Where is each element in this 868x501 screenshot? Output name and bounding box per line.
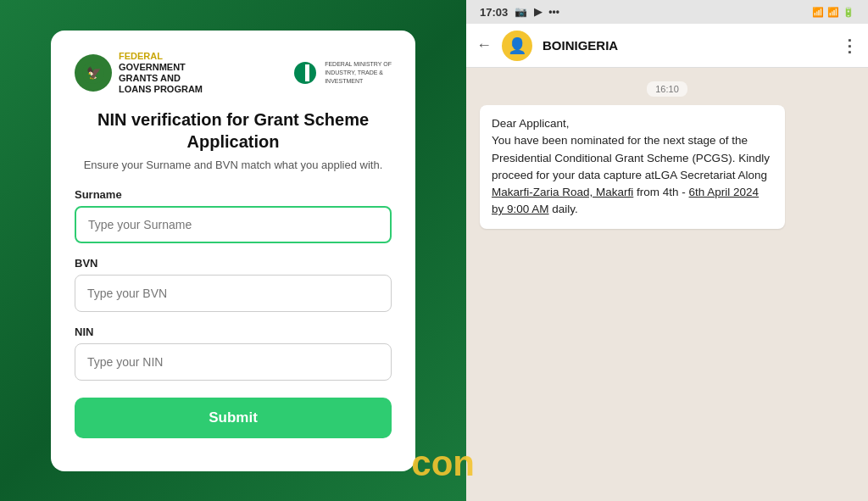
nin-label: NIN [75,326,392,338]
form-title: NIN verification for Grant Scheme Applic… [75,109,392,153]
chat-header: ← 👤 BOINIGERIA ⋮ [466,24,868,68]
message-bubble: Dear Applicant, You have been nominated … [480,105,785,229]
form-subtitle: Ensure your Surname and BVN match what y… [75,158,392,173]
kebab-menu-icon[interactable]: ⋮ [841,36,858,56]
status-play-icon: ▶ [534,6,542,18]
battery-icon: 🔋 [843,7,854,18]
right-panel: 17:03 📷 ▶ ••• 📶 📶 🔋 ← 👤 BOINIGERIA ⋮ 16:… [466,0,868,501]
partial-background-text: con [411,443,475,484]
eagle-emblem-icon: 🦅 [75,54,112,92]
logo-title: FEDERALGOVERNMENTGRANTS ANDLOANS PROGRAM [119,51,286,96]
svg-text:🦅: 🦅 [86,66,102,81]
message-timestamp: 16:10 [647,81,687,97]
nigeria-flag-icon [292,60,318,86]
status-bar: 17:03 📷 ▶ ••• 📶 📶 🔋 [466,0,868,24]
status-icons-group: 📶 📶 🔋 [812,7,854,18]
status-dot-icon: ••• [548,6,559,18]
status-time: 17:03 [480,6,508,19]
form-card: 🦅 FEDERALGOVERNMENTGRANTS ANDLOANS PROGR… [51,31,415,471]
wifi-icon: 📶 [827,7,839,18]
message-greeting: Dear Applicant, You have been nominated … [492,117,770,215]
signal-icon: 📶 [812,7,824,18]
contact-name: BOINIGERIA [542,38,831,53]
surname-label: Surname [75,188,392,201]
ministry-text: FEDERAL MINISTRY OFINDUSTRY, TRADE &INVE… [325,60,392,85]
logo-text-block: FEDERALGOVERNMENTGRANTS ANDLOANS PROGRAM [119,51,286,96]
nin-input[interactable] [75,343,392,381]
logo-bar: 🦅 FEDERALGOVERNMENTGRANTS ANDLOANS PROGR… [75,51,392,96]
left-panel: 🦅 FEDERALGOVERNMENTGRANTS ANDLOANS PROGR… [0,0,466,501]
surname-input[interactable] [75,206,392,243]
person-icon: 👤 [508,36,526,55]
bvn-input[interactable] [75,275,392,312]
avatar: 👤 [502,31,532,61]
chat-body: 16:10 Dear Applicant, You have been nomi… [466,68,868,501]
svg-rect-4 [301,64,305,81]
submit-button[interactable]: Submit [75,398,392,438]
status-activity-icon: 📷 [515,6,527,18]
bvn-label: BVN [75,257,392,270]
back-button[interactable]: ← [476,36,492,54]
